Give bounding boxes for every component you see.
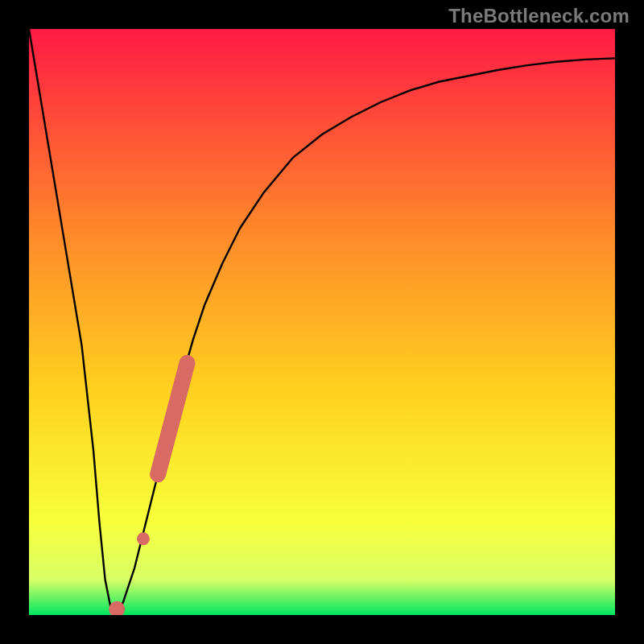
bottleneck-chart (29, 29, 615, 615)
chart-frame: TheBottleneck.com (0, 0, 644, 644)
watermark-text: TheBottleneck.com (448, 5, 630, 27)
highlight-dot-lower (137, 532, 150, 545)
gradient-background (29, 29, 615, 615)
